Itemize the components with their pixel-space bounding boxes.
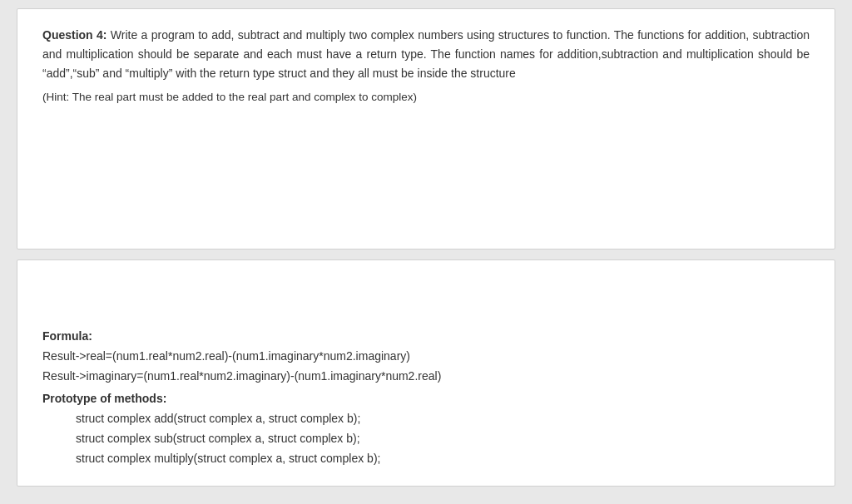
formula-label: Formula:: [42, 329, 92, 343]
page-container: Question 4: Write a program to add, subt…: [0, 0, 852, 495]
method-multiply: struct complex multiply(struct complex a…: [76, 449, 810, 469]
method-add: struct complex add(struct complex a, str…: [76, 409, 810, 429]
method-sub: struct complex sub(struct complex a, str…: [76, 429, 810, 449]
question-label: Question 4:: [42, 28, 106, 42]
hint-paragraph: (Hint: The real part must be added to th…: [42, 88, 810, 106]
question-paragraph: Question 4: Write a program to add, subt…: [42, 26, 810, 83]
card-question: Question 4: Write a program to add, subt…: [17, 8, 835, 250]
formula-line1: Result->real=(num1.real*num2.real)-(num1…: [42, 347, 810, 367]
card-formula: Formula: Result->real=(num1.real*num2.re…: [17, 259, 835, 487]
prototype-label: Prototype of methods:: [42, 389, 810, 409]
formula-line2: Result->imaginary=(num1.real*num2.imagin…: [42, 367, 810, 387]
question-body: Write a program to add, subtract and mul…: [42, 28, 810, 80]
formula-section: Formula: Result->real=(num1.real*num2.re…: [42, 327, 810, 469]
formula-label-line: Formula:: [42, 327, 810, 347]
